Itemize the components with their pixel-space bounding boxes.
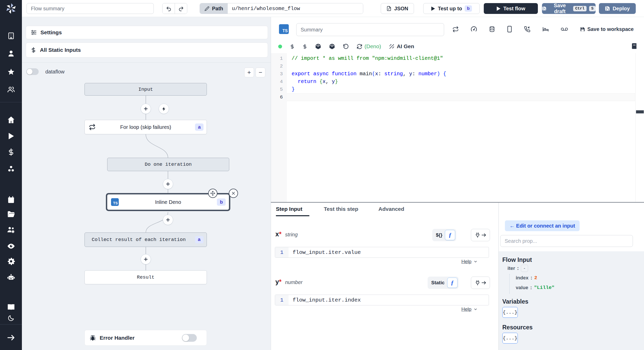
prop-row-value[interactable]: value : "Lille" — [516, 285, 555, 290]
arg-x-connect-button[interactable] — [471, 229, 490, 241]
home-icon[interactable] — [7, 116, 15, 124]
ai-gen-button[interactable]: AI Gen — [389, 43, 414, 49]
flow-summary-input[interactable] — [27, 3, 154, 14]
static-inputs-dollar-button[interactable] — [290, 44, 295, 49]
package-button-2[interactable] — [329, 43, 335, 49]
prop-key-index[interactable]: index — [516, 275, 529, 281]
node-input[interactable]: Input — [84, 83, 207, 96]
groups-gear-icon[interactable] — [7, 226, 15, 234]
arg-y-mode-toggle[interactable]: Static ƒ — [428, 277, 459, 289]
suspend-button[interactable] — [524, 26, 530, 32]
early-stop-gauge-button[interactable] — [471, 26, 477, 32]
prop-key-value[interactable]: value — [516, 285, 528, 290]
settings-card[interactable]: Settings — [26, 26, 268, 39]
node-for-loop[interactable]: For loop (skip failures) a — [84, 120, 207, 134]
prop-key-iter[interactable]: iter — [507, 265, 515, 271]
path-badge[interactable]: Path — [200, 3, 228, 14]
dark-mode-moon-icon[interactable] — [7, 314, 15, 322]
json-button[interactable]: JSON — [381, 3, 414, 14]
path-input[interactable] — [228, 3, 363, 14]
add-step-button-4[interactable] — [141, 254, 151, 264]
tab-advanced[interactable]: Advanced — [378, 206, 404, 212]
user-icon[interactable] — [7, 50, 15, 57]
arg-x-expression-editor[interactable]: 1 flow_input.iter.value — [275, 247, 489, 258]
folders-icon[interactable] — [7, 210, 15, 218]
arg-y-expression-editor[interactable]: 1 flow_input.iter.index — [275, 295, 489, 305]
schedules-calendar-icon[interactable] — [7, 196, 15, 204]
variables-expand-button[interactable]: {...} — [502, 307, 518, 318]
node-do-one-iteration[interactable]: Do one iteration — [107, 158, 229, 171]
arg-y-expression[interactable]: flow_input.iter.index — [289, 297, 361, 303]
variables-dollar-icon[interactable] — [7, 148, 15, 156]
redo-button[interactable] — [175, 3, 187, 14]
lifetime-button[interactable] — [561, 27, 568, 31]
arg-y-label-row: y* number — [275, 278, 302, 286]
users-icon[interactable] — [7, 86, 15, 93]
move-icon — [210, 191, 215, 196]
arg-x-help-link[interactable]: Help — [461, 259, 478, 264]
add-step-button-3[interactable] — [163, 215, 173, 225]
arg-y-js-function-button[interactable]: ƒ — [447, 278, 457, 288]
arg-y-toggle-static-label[interactable]: Static — [431, 280, 445, 286]
zoom-out-button[interactable]: − — [256, 68, 265, 77]
move-node-handle[interactable] — [208, 189, 217, 198]
expand-arrow-icon[interactable] — [7, 334, 15, 341]
step-summary-input[interactable] — [296, 23, 444, 36]
reset-rotate-ccw-button[interactable] — [343, 44, 349, 49]
settings-gear-icon[interactable] — [7, 257, 15, 265]
windmill-logo[interactable] — [0, 0, 22, 17]
deploy-button[interactable]: Deploy — [599, 3, 636, 14]
test-up-to-button[interactable]: Test up to b — [423, 3, 480, 14]
arg-y-connect-button[interactable] — [471, 277, 490, 289]
library-book-button[interactable] — [631, 43, 638, 50]
arg-x-js-function-button[interactable]: ƒ — [445, 230, 455, 240]
prop-row-index[interactable]: index : 2 — [516, 275, 537, 281]
collapse-iter-button[interactable]: - — [521, 265, 528, 272]
arg-x-toggle-template-label[interactable]: ${} — [436, 232, 442, 238]
add-step-button-1[interactable] — [141, 104, 151, 114]
dataflow-toggle[interactable] — [26, 68, 39, 75]
add-trigger-button[interactable] — [159, 104, 169, 114]
retries-button[interactable] — [452, 26, 459, 32]
runs-play-icon[interactable] — [7, 132, 15, 140]
package-button-1[interactable] — [315, 43, 321, 49]
reload-language-button[interactable]: (Deno) — [357, 43, 381, 49]
save-to-workspace-button[interactable]: Save to workspace — [580, 26, 634, 32]
test-flow-button[interactable]: Test flow — [484, 3, 538, 14]
arg-x-mode-toggle[interactable]: ${} ƒ — [432, 229, 456, 241]
arg-x-expression[interactable]: flow_input.iter.value — [289, 249, 361, 255]
overview-ruler-thumb[interactable] — [636, 110, 644, 113]
robot-icon[interactable] — [7, 273, 15, 282]
error-handler-toggle[interactable] — [182, 334, 197, 342]
prop-value-index[interactable]: 2 — [534, 275, 537, 281]
cache-button[interactable] — [489, 26, 495, 32]
variable-dollar-button[interactable] — [302, 44, 307, 49]
node-collect-result[interactable]: Collect result of each iteration a — [84, 232, 207, 247]
resources-boxes-icon[interactable] — [7, 165, 15, 173]
code-editor[interactable]: 1 2 3 4 5 6 // import * as wmill from "n… — [271, 53, 644, 202]
error-handler-card[interactable]: Error Handler — [84, 330, 207, 346]
resources-expand-button[interactable]: {...} — [502, 333, 518, 344]
search-prop-input[interactable] — [500, 235, 633, 247]
mock-button[interactable] — [507, 26, 512, 32]
sleep-button[interactable] — [542, 26, 549, 32]
prop-value-value[interactable]: "Lille" — [534, 285, 555, 290]
node-inline-deno-selected[interactable]: TS Inline Deno b — [106, 193, 230, 211]
workspace-icon[interactable] — [7, 32, 15, 39]
delete-node-button[interactable] — [229, 189, 238, 198]
docs-book-icon[interactable] — [7, 304, 15, 311]
arg-y-help-link[interactable]: Help — [461, 306, 478, 312]
tab-step-input[interactable]: Step Input — [276, 206, 302, 212]
node-result[interactable]: Result — [84, 270, 207, 284]
edit-or-connect-input-button[interactable]: ← Edit or connect an input — [505, 220, 580, 231]
all-static-inputs-card[interactable]: All Static Inputs — [26, 43, 268, 57]
save-draft-button[interactable]: Save draft Ctrl S — [542, 3, 596, 14]
prop-row-iter[interactable]: iter : - — [507, 265, 528, 272]
star-icon[interactable] — [7, 68, 15, 76]
add-step-button-2[interactable] — [163, 179, 173, 189]
undo-button[interactable] — [163, 3, 175, 14]
tab-test-this-step[interactable]: Test this step — [324, 206, 358, 212]
audit-eye-icon[interactable] — [7, 242, 15, 251]
dollar-icon — [31, 47, 36, 53]
zoom-in-button[interactable]: + — [244, 68, 254, 77]
